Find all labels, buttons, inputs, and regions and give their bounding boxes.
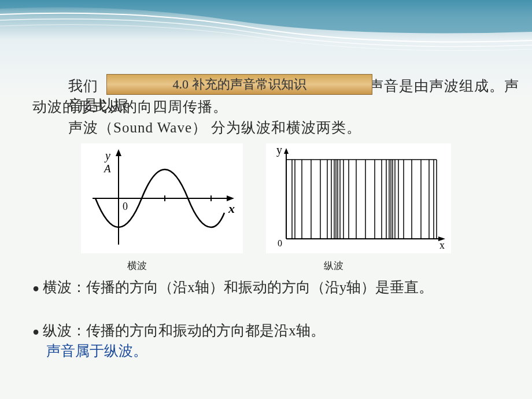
x-axis-label-2: x (439, 239, 445, 251)
banner-text: 4.0 补充的声音常识知识 (173, 76, 306, 93)
bullet-icon: ● (32, 282, 39, 294)
transverse-wave-diagram: y A 0 x (81, 143, 243, 253)
caption-transverse: 横波 (127, 259, 147, 272)
text-before-banner: 我们 (68, 78, 98, 94)
x-axis-label: x (228, 201, 235, 216)
y-axis-label: y (104, 149, 110, 162)
bullet-icon: ● (32, 325, 39, 338)
bullet-longitudinal: ● 纵波：传播的方向和振动的方向都是沿x轴。 (32, 321, 325, 341)
paragraph-line3: 声波（Sound Wave） 分为纵波和横波两类。 (68, 118, 361, 137)
origin-label: 0 (123, 201, 128, 212)
diagram-container: y A 0 x y (81, 143, 451, 253)
decorative-swoosh (0, 0, 532, 69)
bullet-transverse: ● 横波：传播的方向（沿x轴）和振动的方向（沿y轴）是垂直。 (32, 278, 495, 298)
longitudinal-definition: 纵波：传播的方向和振动的方向都是沿x轴。 (39, 323, 325, 338)
conclusion-text: 声音属于纵波。 (46, 341, 147, 361)
y-axis-label-2: y (276, 143, 282, 157)
paragraph-line2: 动波的形式从的向四周传播。 (32, 97, 228, 116)
amplitude-label: A (103, 162, 111, 175)
transverse-definition: 横波：传播的方向（沿x轴）和振动的方向（沿y轴）是垂直。 (39, 279, 433, 295)
title-banner: 4.0 补充的声音常识知识 (106, 74, 372, 95)
origin-label-2: 0 (278, 238, 282, 248)
caption-longitudinal: 纵波 (324, 259, 343, 272)
longitudinal-wave-diagram: y (266, 143, 451, 253)
